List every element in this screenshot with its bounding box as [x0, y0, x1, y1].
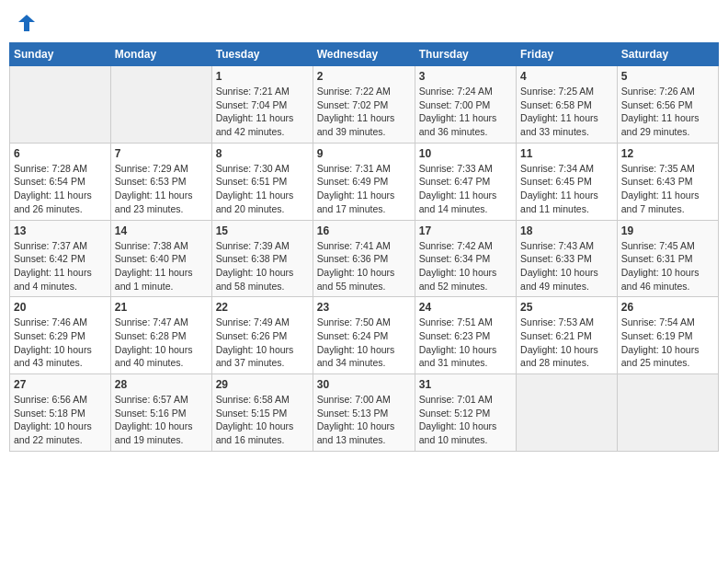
day-number: 10 — [419, 147, 512, 160]
day-number: 23 — [317, 301, 411, 314]
calendar-cell: 14Sunrise: 7:38 AMSunset: 6:40 PMDayligh… — [110, 220, 211, 297]
calendar-cell: 5Sunrise: 7:26 AMSunset: 6:56 PMDaylight… — [617, 66, 718, 144]
calendar-cell: 28Sunrise: 6:57 AMSunset: 5:16 PMDayligh… — [110, 374, 211, 452]
day-number: 13 — [14, 224, 107, 237]
cell-content: Sunrise: 6:57 AMSunset: 5:16 PMDaylight:… — [115, 393, 208, 447]
day-number: 27 — [14, 378, 107, 391]
cell-content: Sunrise: 7:31 AMSunset: 6:49 PMDaylight:… — [317, 162, 411, 216]
calendar-week-row: 6Sunrise: 7:28 AMSunset: 6:54 PMDaylight… — [10, 143, 719, 220]
day-number: 16 — [317, 224, 411, 237]
calendar-cell: 16Sunrise: 7:41 AMSunset: 6:36 PMDayligh… — [313, 220, 415, 297]
day-number: 3 — [419, 70, 512, 83]
calendar-cell — [617, 374, 718, 452]
calendar-cell: 4Sunrise: 7:25 AMSunset: 6:58 PMDaylight… — [517, 66, 618, 144]
cell-content: Sunrise: 7:28 AMSunset: 6:54 PMDaylight:… — [14, 162, 107, 216]
calendar-cell — [517, 374, 618, 452]
calendar-cell: 18Sunrise: 7:43 AMSunset: 6:33 PMDayligh… — [517, 220, 618, 297]
day-number: 29 — [216, 378, 309, 391]
cell-content: Sunrise: 7:25 AMSunset: 6:58 PMDaylight:… — [520, 85, 613, 139]
cell-content: Sunrise: 6:58 AMSunset: 5:15 PMDaylight:… — [216, 393, 309, 447]
day-number: 5 — [621, 70, 714, 83]
day-number: 21 — [115, 301, 208, 314]
calendar-cell: 12Sunrise: 7:35 AMSunset: 6:43 PMDayligh… — [617, 143, 718, 220]
day-number: 8 — [216, 147, 309, 160]
cell-content: Sunrise: 7:34 AMSunset: 6:45 PMDaylight:… — [520, 162, 613, 216]
calendar-cell: 23Sunrise: 7:50 AMSunset: 6:24 PMDayligh… — [313, 297, 415, 374]
cell-content: Sunrise: 7:43 AMSunset: 6:33 PMDaylight:… — [520, 239, 613, 293]
calendar-cell: 27Sunrise: 6:56 AMSunset: 5:18 PMDayligh… — [10, 374, 111, 452]
calendar-cell: 7Sunrise: 7:29 AMSunset: 6:53 PMDaylight… — [110, 143, 211, 220]
day-number: 25 — [520, 301, 613, 314]
calendar-week-row: 27Sunrise: 6:56 AMSunset: 5:18 PMDayligh… — [10, 374, 719, 452]
day-of-week-header: Friday — [517, 43, 618, 66]
cell-content: Sunrise: 7:49 AMSunset: 6:26 PMDaylight:… — [216, 316, 309, 370]
cell-content: Sunrise: 7:22 AMSunset: 7:02 PMDaylight:… — [317, 85, 411, 139]
calendar-cell: 13Sunrise: 7:37 AMSunset: 6:42 PMDayligh… — [10, 220, 111, 297]
svg-marker-0 — [18, 15, 35, 31]
day-number: 15 — [216, 224, 309, 237]
calendar-cell: 29Sunrise: 6:58 AMSunset: 5:15 PMDayligh… — [211, 374, 313, 452]
day-number: 7 — [115, 147, 208, 160]
cell-content: Sunrise: 7:53 AMSunset: 6:21 PMDaylight:… — [520, 316, 613, 370]
logo — [15, 13, 37, 33]
calendar-cell: 17Sunrise: 7:42 AMSunset: 6:34 PMDayligh… — [415, 220, 516, 297]
cell-content: Sunrise: 7:39 AMSunset: 6:38 PMDaylight:… — [216, 239, 309, 293]
day-number: 18 — [520, 224, 613, 237]
day-number: 28 — [115, 378, 208, 391]
day-of-week-header: Sunday — [10, 43, 111, 66]
day-of-week-header: Tuesday — [211, 43, 313, 66]
day-number: 31 — [419, 378, 512, 391]
calendar-cell: 20Sunrise: 7:46 AMSunset: 6:29 PMDayligh… — [10, 297, 111, 374]
cell-content: Sunrise: 7:00 AMSunset: 5:13 PMDaylight:… — [317, 393, 411, 447]
day-number: 26 — [621, 301, 714, 314]
cell-content: Sunrise: 7:37 AMSunset: 6:42 PMDaylight:… — [14, 239, 107, 293]
cell-content: Sunrise: 7:45 AMSunset: 6:31 PMDaylight:… — [621, 239, 714, 293]
day-of-week-header: Saturday — [617, 43, 718, 66]
cell-content: Sunrise: 7:33 AMSunset: 6:47 PMDaylight:… — [419, 162, 512, 216]
calendar-cell — [110, 66, 211, 144]
day-number: 17 — [419, 224, 512, 237]
day-number: 1 — [216, 70, 309, 83]
cell-content: Sunrise: 7:50 AMSunset: 6:24 PMDaylight:… — [317, 316, 411, 370]
day-of-week-header: Monday — [110, 43, 211, 66]
cell-content: Sunrise: 7:30 AMSunset: 6:51 PMDaylight:… — [216, 162, 309, 216]
day-of-week-header: Wednesday — [313, 43, 415, 66]
day-number: 19 — [621, 224, 714, 237]
calendar-cell: 26Sunrise: 7:54 AMSunset: 6:19 PMDayligh… — [617, 297, 718, 374]
calendar-cell: 9Sunrise: 7:31 AMSunset: 6:49 PMDaylight… — [313, 143, 415, 220]
calendar-cell: 11Sunrise: 7:34 AMSunset: 6:45 PMDayligh… — [517, 143, 618, 220]
cell-content: Sunrise: 7:54 AMSunset: 6:19 PMDaylight:… — [621, 316, 714, 370]
calendar-cell: 8Sunrise: 7:30 AMSunset: 6:51 PMDaylight… — [211, 143, 313, 220]
day-number: 24 — [419, 301, 512, 314]
calendar-header-row: SundayMondayTuesdayWednesdayThursdayFrid… — [10, 43, 719, 66]
page-header — [9, 9, 719, 37]
calendar-cell: 21Sunrise: 7:47 AMSunset: 6:28 PMDayligh… — [110, 297, 211, 374]
day-number: 11 — [520, 147, 613, 160]
calendar-cell: 10Sunrise: 7:33 AMSunset: 6:47 PMDayligh… — [415, 143, 516, 220]
calendar-table: SundayMondayTuesdayWednesdayThursdayFrid… — [9, 42, 719, 452]
cell-content: Sunrise: 7:46 AMSunset: 6:29 PMDaylight:… — [14, 316, 107, 370]
day-number: 20 — [14, 301, 107, 314]
day-number: 22 — [216, 301, 309, 314]
calendar-cell: 22Sunrise: 7:49 AMSunset: 6:26 PMDayligh… — [211, 297, 313, 374]
calendar-cell: 2Sunrise: 7:22 AMSunset: 7:02 PMDaylight… — [313, 66, 415, 144]
cell-content: Sunrise: 7:38 AMSunset: 6:40 PMDaylight:… — [115, 239, 208, 293]
cell-content: Sunrise: 7:01 AMSunset: 5:12 PMDaylight:… — [419, 393, 512, 447]
calendar-week-row: 20Sunrise: 7:46 AMSunset: 6:29 PMDayligh… — [10, 297, 719, 374]
cell-content: Sunrise: 7:42 AMSunset: 6:34 PMDaylight:… — [419, 239, 512, 293]
day-number: 30 — [317, 378, 411, 391]
day-number: 6 — [14, 147, 107, 160]
cell-content: Sunrise: 7:41 AMSunset: 6:36 PMDaylight:… — [317, 239, 411, 293]
cell-content: Sunrise: 7:35 AMSunset: 6:43 PMDaylight:… — [621, 162, 714, 216]
day-number: 2 — [317, 70, 411, 83]
logo-bird-icon — [17, 13, 37, 33]
calendar-cell: 1Sunrise: 7:21 AMSunset: 7:04 PMDaylight… — [211, 66, 313, 144]
calendar-cell — [10, 66, 111, 144]
cell-content: Sunrise: 7:21 AMSunset: 7:04 PMDaylight:… — [216, 85, 309, 139]
day-number: 9 — [317, 147, 411, 160]
calendar-cell: 19Sunrise: 7:45 AMSunset: 6:31 PMDayligh… — [617, 220, 718, 297]
calendar-cell: 6Sunrise: 7:28 AMSunset: 6:54 PMDaylight… — [10, 143, 111, 220]
day-of-week-header: Thursday — [415, 43, 516, 66]
cell-content: Sunrise: 7:51 AMSunset: 6:23 PMDaylight:… — [419, 316, 512, 370]
cell-content: Sunrise: 7:24 AMSunset: 7:00 PMDaylight:… — [419, 85, 512, 139]
